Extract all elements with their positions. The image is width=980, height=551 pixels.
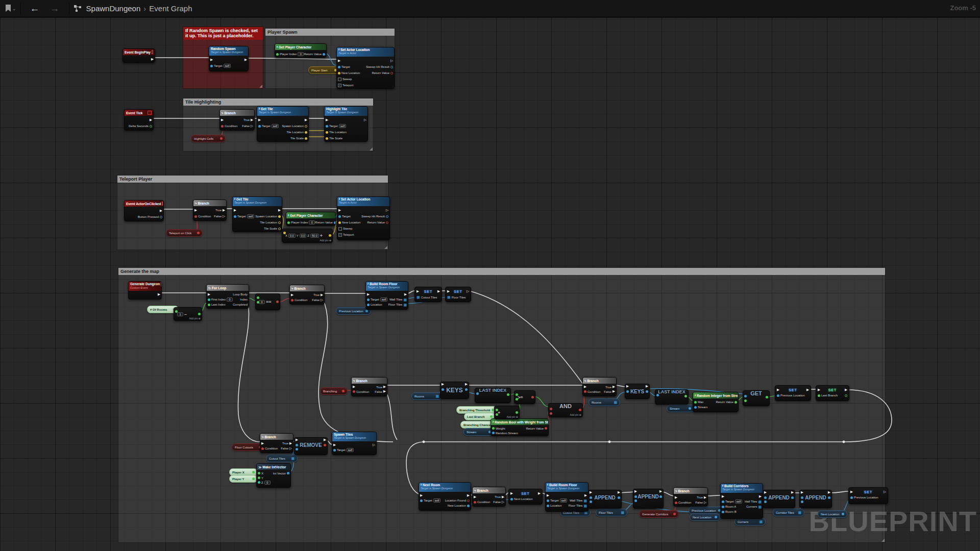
node-set-actor-location[interactable]: fSet Actor LocationTarget is Actor▶Targe… (336, 47, 395, 89)
data-pin[interactable] (333, 449, 336, 452)
exec-pin[interactable]: ▷ (321, 298, 323, 302)
comment-resize-handle[interactable] (370, 147, 373, 151)
data-pin[interactable] (221, 125, 224, 128)
node-build-corridors[interactable]: fBuild CorridorsTarget is Spawn Dungeon▶… (720, 483, 763, 519)
exec-pin[interactable]: ▶ (590, 491, 592, 495)
op-node-remove[interactable]: ▶▶REMOVE (294, 437, 328, 455)
math-node[interactable]: 0== (255, 293, 280, 310)
data-pin[interactable] (722, 500, 724, 503)
data-pin[interactable] (507, 393, 509, 396)
array-pin[interactable]: ▦ (403, 298, 407, 302)
node-event-tick[interactable]: Event Tick▶Delta Seconds (124, 109, 154, 131)
exec-pin[interactable]: ▶ (223, 209, 225, 212)
array-pin[interactable]: ▦ (614, 400, 617, 404)
value-field[interactable]: 1 (177, 312, 183, 316)
data-pin[interactable] (467, 505, 470, 507)
data-pin[interactable] (252, 471, 255, 473)
data-pin[interactable] (305, 125, 307, 128)
data-pin[interactable] (764, 500, 767, 503)
node-branch[interactable]: ⤷Branch▶ConditionTrue▶False▶ (582, 377, 617, 396)
data-pin[interactable] (496, 409, 498, 411)
exec-pin[interactable]: ▷ (390, 59, 393, 63)
exec-pin[interactable]: ▶ (324, 438, 326, 442)
op-node-get[interactable]: GET (743, 390, 770, 406)
exec-pin[interactable]: ▶ (659, 490, 662, 494)
node-branch[interactable]: ⤷Branch▶ConditionTrue▶False▷ (289, 285, 325, 305)
exec-pin[interactable]: ▶ (828, 491, 830, 495)
exec-pin[interactable]: ▷ (467, 290, 469, 293)
exec-pin[interactable]: ▶ (704, 496, 706, 499)
forward-button[interactable]: → (45, 3, 65, 14)
op-node-keys[interactable]: ▶▶KEYS (625, 384, 650, 399)
variable-node-generate-corridors[interactable]: Generate Corridors (639, 510, 679, 518)
data-pin[interactable] (516, 393, 518, 396)
data-pin[interactable] (476, 392, 479, 395)
exec-pin[interactable]: ▶ (502, 495, 504, 499)
data-pin[interactable] (257, 301, 259, 304)
data-pin[interactable] (296, 444, 298, 446)
data-pin[interactable] (764, 496, 767, 499)
data-pin[interactable] (828, 496, 830, 499)
data-pin[interactable] (258, 481, 260, 484)
data-pin[interactable] (367, 304, 370, 306)
data-pin[interactable] (386, 221, 388, 224)
data-pin[interactable] (252, 478, 255, 480)
data-pin[interactable] (516, 398, 518, 400)
data-pin[interactable] (634, 495, 637, 498)
data-pin[interactable] (324, 444, 326, 446)
exec-pin[interactable]: ▶ (208, 293, 210, 296)
op-node-keys[interactable]: ▶▶KEYS (440, 382, 469, 399)
add-pin-button[interactable]: Add pin ⊕ (320, 239, 331, 242)
node-highlight-tile[interactable]: Highlight TileTarget is Spawn Dungeon▶Ta… (324, 106, 368, 142)
data-pin[interactable] (276, 300, 279, 303)
node-for-loop[interactable]: ↻For Loop▶First Index0Last IndexLoop Bod… (206, 284, 249, 309)
exec-pin[interactable]: ▶ (420, 494, 423, 497)
data-pin[interactable] (257, 296, 259, 299)
variable-node-player-start[interactable]: Player Start (308, 66, 340, 74)
pin-value-field[interactable]: self (224, 64, 231, 68)
data-pin[interactable] (150, 125, 152, 128)
data-pin[interactable] (531, 396, 534, 398)
data-pin[interactable] (510, 498, 513, 500)
exec-pin[interactable]: ▶ (437, 290, 440, 293)
array-pin[interactable]: ▦ (403, 303, 407, 307)
data-pin[interactable] (715, 516, 717, 518)
exec-pin[interactable]: ▶ (806, 388, 809, 392)
data-pin[interactable] (210, 65, 213, 67)
exec-pin[interactable]: ▶ (777, 388, 779, 392)
data-pin[interactable] (287, 221, 290, 224)
exec-pin[interactable]: ▶ (764, 491, 767, 495)
node-get-player-character[interactable]: fGet Player CharacterPlayer Index0Return… (286, 212, 336, 226)
data-pin[interactable] (492, 432, 495, 434)
data-pin[interactable] (287, 472, 289, 474)
array-pin[interactable]: ▦ (447, 295, 451, 299)
op-node-append[interactable]: ▶▶APPEND (763, 490, 795, 508)
data-pin[interactable] (220, 137, 223, 140)
pin-value-field[interactable]: 0 (309, 220, 315, 224)
bookmark-icon[interactable]: ⌄ (5, 5, 16, 12)
data-pin[interactable] (261, 447, 264, 450)
value-field[interactable]: 0 (259, 300, 265, 304)
node-branch[interactable]: ⤷Branch▶ConditionTrue▶False▷ (219, 109, 255, 131)
variable-node-rooms[interactable]: Rooms▦ (411, 392, 442, 400)
math-node[interactable]: >= (514, 390, 535, 404)
data-pin[interactable] (305, 131, 307, 134)
pin-value-field[interactable]: 0 (298, 52, 304, 56)
pin-value-field[interactable]: 0 (227, 297, 233, 302)
data-pin[interactable] (845, 394, 847, 397)
exec-pin[interactable]: ▶ (383, 385, 386, 389)
exec-pin[interactable]: ▶ (291, 293, 293, 297)
data-pin[interactable] (386, 215, 388, 218)
data-pin[interactable] (208, 298, 210, 301)
data-pin[interactable] (234, 215, 236, 218)
exec-pin[interactable]: ▶ (547, 494, 549, 497)
exec-pin[interactable]: ▶ (249, 293, 249, 296)
exec-pin[interactable]: ▶ (305, 118, 307, 122)
exec-pin[interactable]: ▶ (618, 491, 620, 495)
data-pin[interactable] (634, 499, 637, 502)
data-pin[interactable] (367, 298, 370, 301)
exec-pin[interactable]: ▷ (884, 490, 886, 494)
node-event-beginplay[interactable]: Event BeginPlay▶ (122, 48, 155, 63)
pin-value-field[interactable]: self (560, 498, 568, 503)
node-get-tile[interactable]: fGet TileTarget is Spawn Dungeon▶Targets… (232, 196, 282, 232)
